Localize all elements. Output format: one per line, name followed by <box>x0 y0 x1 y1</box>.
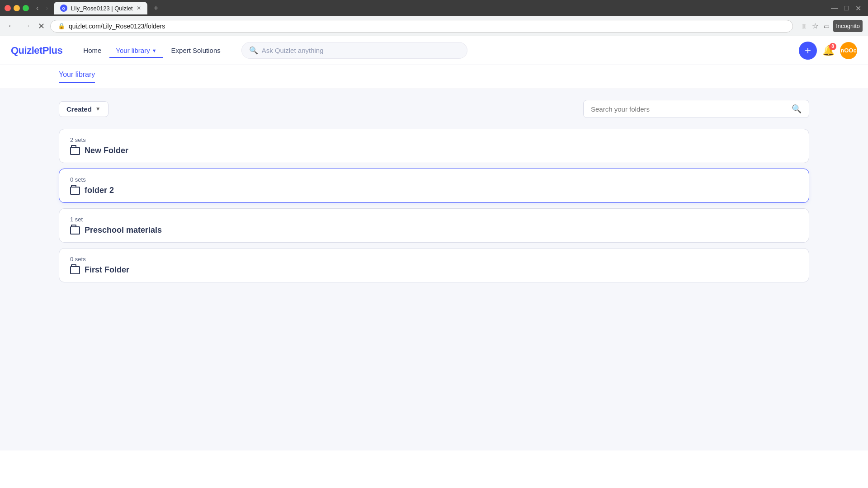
nav-links: Home Your library ▼ Expert Solutions <box>77 43 226 58</box>
logo[interactable]: QuizletPlus <box>11 45 62 56</box>
chevron-down-icon: ▼ <box>152 48 157 53</box>
tab-title: Lily_Rose0123 | Quizlet <box>71 5 133 12</box>
sub-nav-your-library[interactable]: Your library <box>59 70 95 83</box>
folder-search-box[interactable]: 🔍 <box>583 100 809 118</box>
window-maximize-right[interactable]: □ <box>841 3 852 14</box>
extension-icon[interactable]: 👁⃠ <box>800 20 808 32</box>
nav-expert-solutions[interactable]: Expert Solutions <box>165 43 227 58</box>
filter-label: Created <box>66 105 92 113</box>
folder-icon <box>70 226 80 235</box>
folder-search-input[interactable] <box>591 105 787 113</box>
folder-name: New Folder <box>85 146 128 155</box>
folder-name-row: First Folder <box>70 265 798 275</box>
avatar[interactable]: nOOc <box>840 42 857 59</box>
tab-close-btn[interactable]: ✕ <box>137 5 141 11</box>
address-bar[interactable]: 🔒 quizlet.com/Lily_Rose0123/folders <box>50 20 793 33</box>
folder-sets-count: 0 sets <box>70 176 798 183</box>
nav-search-area: 🔍 Ask Quizlet anything <box>241 42 784 59</box>
nav-actions: + 🔔 8 nOOc <box>799 42 857 60</box>
extensions-btn[interactable]: ▭ <box>822 20 831 32</box>
search-placeholder: Ask Quizlet anything <box>262 47 324 54</box>
folder-sets-count: 0 sets <box>70 256 798 263</box>
folder-list: 2 sets New Folder 0 sets folder 2 1 set … <box>59 129 809 288</box>
search-icon[interactable]: 🔍 <box>792 104 802 114</box>
nav-your-library[interactable]: Your library ▼ <box>109 43 163 58</box>
profile-btn[interactable]: Incognito <box>833 20 863 32</box>
folder-item[interactable]: 0 sets First Folder <box>59 248 809 282</box>
folder-item[interactable]: 0 sets folder 2 <box>59 169 809 203</box>
main-content: Created ▼ 🔍 2 sets New Folder 0 sets <box>0 89 868 450</box>
folder-icon <box>70 266 80 274</box>
tab-favicon: Q <box>60 5 67 12</box>
folder-sets-count: 2 sets <box>70 136 798 143</box>
window-maximize-btn[interactable] <box>23 5 29 11</box>
folder-name-row: folder 2 <box>70 186 798 195</box>
window-close-btn[interactable] <box>5 5 11 11</box>
folder-name-row: Preschool materials <box>70 225 798 235</box>
folder-name: First Folder <box>85 265 129 275</box>
folder-icon <box>70 187 80 195</box>
folder-name: folder 2 <box>85 186 114 195</box>
app-container: QuizletPlus Home Your library ▼ Expert S… <box>0 36 868 488</box>
nav-home[interactable]: Home <box>77 43 108 58</box>
back-btn[interactable]: ← <box>5 19 17 33</box>
search-icon: 🔍 <box>249 46 258 55</box>
chevron-down-icon: ▼ <box>95 106 101 112</box>
folder-icon <box>70 147 80 155</box>
url-display: quizlet.com/Lily_Rose0123/folders <box>69 23 785 30</box>
window-close-right[interactable]: ✕ <box>853 3 863 14</box>
new-tab-btn[interactable]: + <box>151 4 161 13</box>
create-btn[interactable]: + <box>799 42 817 60</box>
sub-nav: Your library <box>0 65 868 89</box>
refresh-btn[interactable]: ✕ <box>36 19 47 33</box>
bookmark-icon[interactable]: ☆ <box>810 20 820 32</box>
tab-forward-btn[interactable]: › <box>44 2 50 14</box>
folder-name: Preschool materials <box>85 225 162 235</box>
window-minimize-right[interactable]: — <box>829 3 840 14</box>
toolbar-row: Created ▼ 🔍 <box>59 100 809 118</box>
folder-sets-count: 1 set <box>70 216 798 223</box>
folder-item[interactable]: 1 set Preschool materials <box>59 208 809 243</box>
folder-item[interactable]: 2 sets New Folder <box>59 129 809 163</box>
folder-name-row: New Folder <box>70 146 798 155</box>
navbar: QuizletPlus Home Your library ▼ Expert S… <box>0 36 868 65</box>
forward-btn[interactable]: → <box>21 19 33 33</box>
window-minimize-btn[interactable] <box>14 5 20 11</box>
filter-dropdown-btn[interactable]: Created ▼ <box>59 101 108 117</box>
bell-badge: 8 <box>829 43 836 50</box>
notifications-btn[interactable]: 🔔 8 <box>822 45 835 56</box>
tab-back-btn[interactable]: ‹ <box>34 2 40 14</box>
browser-tab-active[interactable]: Q Lily_Rose0123 | Quizlet ✕ <box>54 2 147 14</box>
search-bar[interactable]: 🔍 Ask Quizlet anything <box>241 42 467 59</box>
